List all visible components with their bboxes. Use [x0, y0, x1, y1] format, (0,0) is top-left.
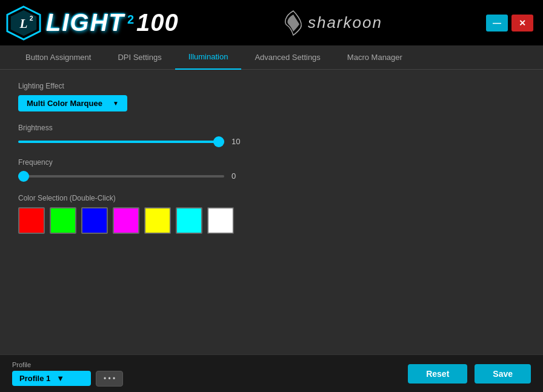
color-swatch-cyan[interactable]	[176, 207, 202, 234]
brightness-value: 10	[232, 137, 244, 146]
footer-bar: Profile Profile 1 ▼ • • • Reset Save	[0, 354, 543, 392]
color-swatch-blue[interactable]	[81, 207, 108, 234]
reset-button[interactable]: Reset	[408, 364, 467, 384]
svg-text:2: 2	[30, 14, 33, 21]
lighting-effect-label: Lighting Effect	[18, 82, 525, 90]
close-button[interactable]: ✕	[511, 15, 533, 32]
svg-text:L: L	[19, 16, 28, 31]
profile-dropdown[interactable]: Profile 1 ▼	[12, 371, 91, 386]
sharkoon-icon	[282, 10, 304, 36]
color-swatch-green[interactable]	[50, 207, 76, 234]
profile-value: Profile 1	[19, 374, 50, 383]
save-button[interactable]: Save	[475, 364, 531, 384]
color-selection-section: Color Selection (Double-Click)	[18, 194, 525, 234]
frequency-slider-container: 0	[18, 171, 525, 181]
color-swatches	[18, 207, 525, 234]
color-swatch-yellow[interactable]	[144, 207, 171, 234]
frequency-value: 0	[232, 171, 244, 181]
color-swatch-magenta[interactable]	[113, 207, 139, 234]
app-logo-text: LIGHT 2 100	[46, 9, 179, 36]
lighting-effect-value: Multi Color Marquee	[27, 99, 102, 108]
minimize-button[interactable]: —	[486, 15, 508, 32]
profile-more-button[interactable]: • • •	[96, 371, 123, 387]
logo-icon: L 2	[6, 5, 41, 41]
brightness-slider[interactable]	[18, 141, 224, 143]
window-controls: — ✕	[486, 15, 533, 32]
frequency-section: Frequency 0	[18, 158, 525, 181]
title-bar: L 2 LIGHT 2 100 sharkoon — ✕	[0, 0, 543, 45]
nav-advanced-settings[interactable]: Advanced Settings	[241, 45, 333, 70]
dropdown-arrow-icon: ▼	[113, 100, 119, 107]
color-selection-label: Color Selection (Double-Click)	[18, 194, 525, 202]
profile-controls: Profile 1 ▼ • • •	[12, 371, 123, 387]
brightness-label: Brightness	[18, 124, 525, 132]
nav-macro-manager[interactable]: Macro Manager	[334, 45, 416, 70]
profile-section: Profile Profile 1 ▼ • • •	[12, 361, 123, 387]
brightness-section: Brightness 10	[18, 124, 525, 146]
footer-right: Reset Save	[408, 364, 531, 384]
nav-dpi-settings[interactable]: DPI Settings	[104, 45, 175, 70]
brightness-slider-container: 10	[18, 137, 525, 146]
nav-button-assignment[interactable]: Button Assignment	[12, 45, 104, 70]
color-swatch-red[interactable]	[18, 207, 45, 234]
color-swatch-white[interactable]	[207, 207, 234, 234]
nav-bar: Button Assignment DPI Settings Illuminat…	[0, 45, 543, 70]
lighting-effect-section: Lighting Effect Multi Color Marquee ▼	[18, 82, 525, 111]
frequency-slider[interactable]	[18, 175, 224, 178]
lighting-effect-dropdown[interactable]: Multi Color Marquee ▼	[18, 95, 127, 111]
frequency-label: Frequency	[18, 158, 525, 167]
profile-label: Profile	[12, 361, 123, 368]
nav-illumination[interactable]: Illumination	[175, 45, 242, 70]
main-content: Lighting Effect Multi Color Marquee ▼ Br…	[0, 70, 543, 354]
sharkoon-brand-text: sharkoon	[308, 13, 382, 32]
sharkoon-logo: sharkoon	[282, 10, 382, 36]
profile-dropdown-arrow-icon: ▼	[56, 374, 64, 383]
logo-area: L 2 LIGHT 2 100	[6, 5, 179, 41]
